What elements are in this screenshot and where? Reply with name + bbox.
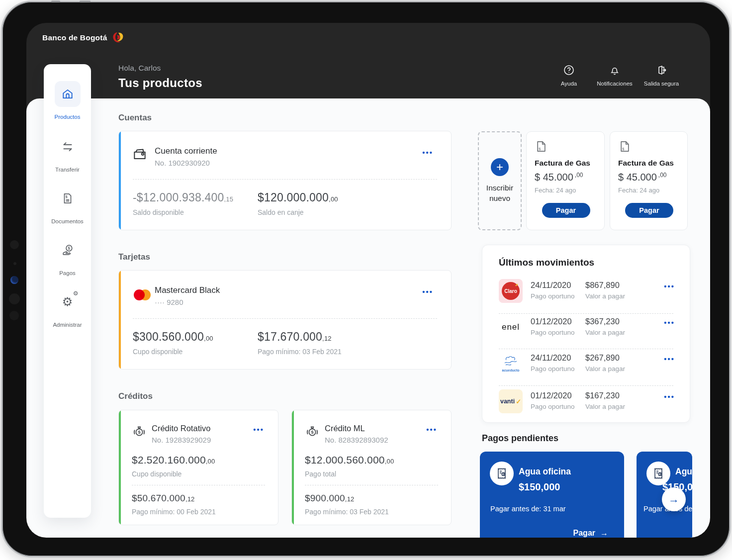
- account-name: Cuenta corriente: [155, 146, 217, 156]
- card-quota: $300.560.000,00: [133, 330, 213, 344]
- sidebar-item-transferir[interactable]: Transferir: [44, 134, 91, 173]
- divider: [132, 485, 265, 485]
- receipt-icon: $: [490, 462, 514, 485]
- sidebar-item-productos[interactable]: Productos: [44, 81, 91, 120]
- divider: [133, 179, 437, 180]
- pay-button[interactable]: Pagar: [542, 203, 590, 218]
- svg-text:$: $: [659, 472, 661, 476]
- sidebar-item-pagos[interactable]: $ Pagos: [44, 237, 91, 276]
- credit-secondary-amount: $900.000,12: [305, 493, 389, 504]
- sidebar: Productos Transferir $ Do: [44, 64, 91, 518]
- movements-panel: Últimos movimientos Claro 24/11/2020 Pag…: [482, 245, 690, 423]
- movement-amount: $267,890: [585, 353, 625, 363]
- credit-primary-label: Pago total: [305, 470, 394, 478]
- card-menu-button[interactable]: •••: [422, 287, 433, 296]
- tablet-frame: Banco de Bogotá Hola, Carlos Tus product…: [1, 0, 731, 558]
- movement-row[interactable]: vanti ✓ 01/12/2020 Pago oportuno $167,23…: [482, 389, 690, 415]
- available-balance-label: Saldo disponible: [133, 208, 233, 216]
- sidebar-item-documentos[interactable]: $ Documentos: [44, 186, 91, 224]
- divider: [133, 318, 437, 319]
- pending-bill-amount: $150,000: [519, 481, 560, 493]
- wallet-icon: [132, 147, 148, 163]
- card-quota-label: Cupo disponible: [133, 348, 213, 356]
- tablet-top-button: [80, 0, 91, 2]
- svg-text:$: $: [503, 472, 505, 476]
- hand-coin-icon: $: [55, 237, 81, 263]
- invoice-icon: $: [618, 140, 680, 153]
- section-title-tarjetas: Tarjetas: [118, 252, 150, 262]
- bill-date: Fecha: 24 ago: [535, 187, 597, 194]
- enroll-new-button[interactable]: + Inscribir nuevo: [478, 131, 522, 230]
- enel-logo: enel: [499, 315, 523, 339]
- card-name: Mastercard Black: [155, 285, 220, 295]
- bill-title: Factura de Gas: [618, 159, 680, 168]
- check-icon: ✓: [516, 398, 521, 405]
- bell-icon: [609, 64, 621, 76]
- tablet-sensor: [10, 240, 19, 249]
- pending-bill-name: Agua: [675, 467, 692, 477]
- credit-name: Crédito Rotativo: [152, 424, 211, 433]
- credit-card-ml[interactable]: $ Crédito ML No. 828392893092 ••• $12.00…: [291, 410, 452, 525]
- credit-primary-amount: $12.000.560.000,00: [305, 454, 394, 466]
- tablet-sensor: [9, 311, 19, 320]
- account-menu-button[interactable]: •••: [422, 148, 433, 157]
- account-card[interactable]: Cuenta corriente No. 1902930920 ••• -$12…: [118, 131, 452, 230]
- credit-menu-button[interactable]: •••: [426, 425, 437, 434]
- help-icon: [563, 64, 575, 76]
- pending-pay-button[interactable]: Pagar →: [573, 529, 608, 538]
- movement-row[interactable]: acueducto 24/11/2020 Pago oportuno $267,…: [482, 352, 690, 377]
- svg-text:$: $: [539, 147, 541, 151]
- movement-menu-button[interactable]: •••: [664, 392, 675, 401]
- tablet-top-button: [51, 0, 60, 2]
- tablet-camera: [10, 276, 18, 284]
- svg-text:$: $: [65, 195, 67, 199]
- movement-menu-button[interactable]: •••: [664, 318, 675, 327]
- movement-row[interactable]: Claro 24/11/2020 Pago oportuno $867,890 …: [482, 279, 690, 305]
- carousel-next-button[interactable]: →: [662, 487, 686, 511]
- account-number: No. 1902930920: [155, 159, 217, 167]
- movement-amount-label: Valor a pagar: [585, 403, 625, 410]
- logout-icon: [655, 64, 667, 76]
- arrow-right-icon: →: [600, 529, 608, 538]
- movement-date: 24/11/2020: [531, 353, 575, 363]
- vanti-logo: vanti ✓: [499, 389, 523, 413]
- movement-amount: $167,230: [585, 391, 625, 400]
- acueducto-logo: acueducto: [499, 352, 523, 375]
- enel-logo-text: enel: [502, 322, 520, 332]
- greeting-block: Hola, Carlos Tus productos: [118, 64, 202, 90]
- credit-secondary-amount: $50.670.000,12: [132, 493, 216, 504]
- card-minimum-label: Pago mínimo: 03 Feb 2021: [258, 348, 342, 356]
- bill-card-gas-2: $ Factura de Gas $ 45.000,00 Fecha: 24 a…: [610, 131, 688, 230]
- credit-name: Crédito ML: [325, 424, 388, 433]
- sidebar-item-administrar[interactable]: ⚙ ⚙ Administrar: [44, 289, 91, 328]
- plus-icon: +: [491, 158, 509, 176]
- svg-text:$: $: [68, 246, 70, 251]
- claro-logo-text: Claro: [504, 288, 517, 294]
- movement-row[interactable]: enel 01/12/2020 Pago oportuno $367,230 V…: [482, 315, 690, 341]
- credit-menu-button[interactable]: •••: [253, 425, 264, 434]
- pending-card-agua-oficina[interactable]: $ Agua oficina $150,000 Pagar antes de: …: [480, 452, 624, 538]
- movement-menu-button[interactable]: •••: [664, 355, 675, 363]
- claro-spark-icon: [515, 283, 518, 286]
- home-icon: [55, 81, 81, 107]
- credit-card-card[interactable]: Mastercard Black ···· 9280 ••• $300.560.…: [118, 270, 452, 370]
- logout-label: Salida segura: [644, 81, 679, 87]
- credit-secondary-label: Pago mínimo: 03 Feb 2021: [305, 508, 389, 516]
- movement-date-label: Pago oportuno: [531, 292, 575, 300]
- credit-primary-amount: $2.520.160.000,00: [132, 454, 215, 466]
- card-accent-bar: [119, 271, 121, 369]
- sidebar-label: Transferir: [55, 167, 80, 173]
- movement-date: 01/12/2020: [531, 317, 575, 326]
- document-dollar-icon: $: [55, 186, 81, 211]
- mastercard-icon: [134, 289, 151, 300]
- pay-button[interactable]: Pagar: [625, 203, 673, 218]
- logout-button[interactable]: Salida segura: [634, 64, 689, 87]
- account-accent-bar: [119, 131, 121, 230]
- credit-card-rotativo[interactable]: $ Crédito Rotativo No. 19283929029 ••• $…: [118, 410, 278, 525]
- pending-title: Pagos pendientes: [482, 433, 558, 444]
- sidebar-label: Administrar: [53, 322, 82, 328]
- movement-menu-button[interactable]: •••: [664, 282, 675, 290]
- card-number: ···· 9280: [155, 298, 220, 306]
- bill-amount: $ 45.000,00: [618, 172, 680, 183]
- svg-text:$: $: [138, 430, 141, 435]
